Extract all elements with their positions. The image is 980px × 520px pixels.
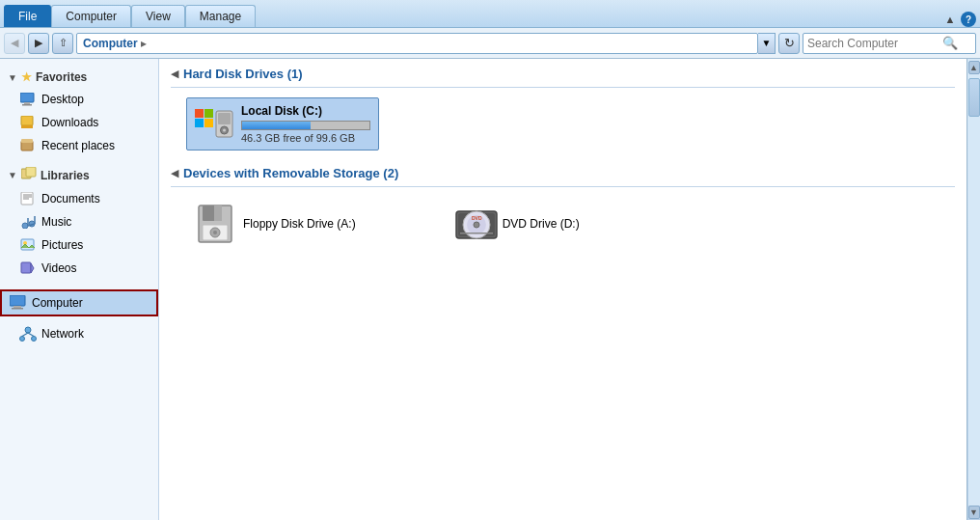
svg-rect-4 bbox=[21, 125, 33, 128]
hard-disk-section-header: ◀ Hard Disk Drives (1) bbox=[171, 67, 955, 81]
tab-file[interactable]: File bbox=[4, 5, 51, 27]
ribbon: File Computer View Manage ▲ ? bbox=[0, 0, 980, 28]
forward-btn[interactable]: ▶ bbox=[28, 33, 49, 54]
address-dropdown-btn[interactable]: ▼ bbox=[758, 33, 776, 54]
videos-label: Videos bbox=[41, 261, 76, 275]
pictures-icon bbox=[19, 236, 37, 254]
removable-section-label: Devices with Removable Storage (2) bbox=[183, 166, 398, 180]
up-btn[interactable]: ⇧ bbox=[52, 33, 73, 54]
sidebar-favorites-header[interactable]: ▼ ★ Favorites bbox=[0, 67, 158, 88]
pictures-label: Pictures bbox=[41, 238, 83, 252]
svg-rect-2 bbox=[22, 104, 32, 106]
ribbon-collapse-btn[interactable]: ▲ bbox=[943, 13, 957, 26]
sidebar-item-videos[interactable]: Videos bbox=[0, 257, 158, 280]
tab-end-controls: ▲ ? bbox=[943, 12, 980, 27]
sidebar-item-pictures[interactable]: Pictures bbox=[0, 233, 158, 257]
svg-rect-8 bbox=[26, 167, 36, 177]
removable-section-header: ◀ Devices with Removable Storage (2) bbox=[171, 166, 955, 180]
svg-point-26 bbox=[20, 337, 25, 342]
sidebar-item-recent[interactable]: Recent places bbox=[0, 134, 158, 157]
refresh-btn[interactable]: ↻ bbox=[778, 33, 800, 54]
dvd-icon: DVD bbox=[454, 204, 495, 244]
svg-point-48 bbox=[474, 222, 479, 228]
removable-divider bbox=[171, 186, 955, 187]
svg-text:DVD: DVD bbox=[472, 215, 482, 221]
svg-rect-35 bbox=[218, 113, 231, 124]
scroll-down-btn[interactable]: ▼ bbox=[968, 506, 980, 519]
local-disk-icon bbox=[195, 107, 233, 142]
drives-grid: Local Disk (C:) 46.3 GB free of 99.6 GB bbox=[171, 97, 955, 151]
path-segment-computer: Computer bbox=[83, 37, 138, 50]
drive-item-d[interactable]: DVD DVD Drive (D:) bbox=[446, 197, 588, 251]
drive-item-c[interactable]: Local Disk (C:) 46.3 GB free of 99.6 GB bbox=[186, 97, 379, 151]
svg-rect-6 bbox=[21, 139, 33, 143]
tab-view[interactable]: View bbox=[131, 5, 185, 27]
sidebar: ▼ ★ Favorites Desktop Downloads Recent p… bbox=[0, 59, 159, 520]
address-bar: ◀ ▶ ⇧ Computer ▸ ▼ ↻ 🔍 bbox=[0, 28, 980, 59]
svg-rect-1 bbox=[24, 102, 30, 104]
svg-line-29 bbox=[28, 333, 34, 337]
sidebar-item-downloads[interactable]: Downloads bbox=[0, 111, 158, 134]
address-path[interactable]: Computer ▸ bbox=[76, 33, 758, 54]
drive-c-row: Local Disk (C:) 46.3 GB free of 99.6 GB bbox=[195, 104, 370, 144]
drive-c-info: Local Disk (C:) 46.3 GB free of 99.6 GB bbox=[241, 104, 370, 144]
videos-icon bbox=[19, 260, 37, 277]
tab-computer[interactable]: Computer bbox=[51, 5, 131, 27]
favorites-arrow-icon: ▼ bbox=[8, 72, 17, 83]
sidebar-item-desktop[interactable]: Desktop bbox=[0, 88, 158, 111]
svg-rect-31 bbox=[204, 109, 213, 118]
path-arrow: ▸ bbox=[141, 37, 147, 50]
floppy-label: Floppy Disk Drive (A:) bbox=[243, 217, 356, 231]
svg-point-25 bbox=[25, 327, 31, 333]
svg-line-28 bbox=[22, 333, 28, 337]
hard-disk-divider bbox=[171, 87, 955, 88]
music-icon bbox=[19, 213, 37, 231]
sidebar-item-network[interactable]: Network bbox=[0, 322, 158, 345]
content-area: ◀ Hard Disk Drives (1) bbox=[159, 59, 966, 520]
right-scrollbar[interactable]: ▲ ▼ bbox=[966, 59, 980, 520]
libraries-label: Libraries bbox=[41, 169, 90, 182]
hard-disk-collapse-icon: ◀ bbox=[171, 68, 178, 80]
svg-rect-20 bbox=[21, 262, 31, 273]
address-path-container: Computer ▸ ▼ bbox=[76, 33, 776, 54]
svg-rect-33 bbox=[204, 119, 213, 127]
drive-c-name: Local Disk (C:) bbox=[241, 104, 370, 118]
svg-point-37 bbox=[223, 128, 226, 131]
main-area: ▼ ★ Favorites Desktop Downloads Recent p… bbox=[0, 59, 980, 520]
documents-icon bbox=[19, 190, 37, 207]
sidebar-libraries-header[interactable]: ▼ Libraries bbox=[0, 163, 158, 187]
svg-rect-32 bbox=[195, 119, 204, 127]
help-btn[interactable]: ? bbox=[961, 12, 976, 27]
svg-rect-23 bbox=[14, 306, 21, 308]
svg-rect-0 bbox=[20, 93, 34, 102]
favorites-label: Favorites bbox=[36, 70, 87, 84]
sidebar-item-documents[interactable]: Documents bbox=[0, 187, 158, 210]
scroll-track bbox=[968, 74, 980, 506]
downloads-icon bbox=[19, 114, 37, 131]
scroll-thumb[interactable] bbox=[968, 78, 980, 117]
search-icon[interactable]: 🔍 bbox=[942, 36, 958, 50]
network-icon bbox=[19, 325, 37, 342]
scroll-up-btn[interactable]: ▲ bbox=[968, 61, 980, 74]
dvd-label: DVD Drive (D:) bbox=[503, 217, 580, 231]
drive-c-bar-container bbox=[241, 121, 370, 130]
drive-item-a[interactable]: Floppy Disk Drive (A:) bbox=[186, 197, 365, 251]
svg-rect-30 bbox=[195, 109, 204, 118]
downloads-label: Downloads bbox=[41, 116, 98, 129]
svg-rect-24 bbox=[12, 308, 23, 310]
svg-marker-21 bbox=[31, 263, 34, 273]
libraries-icon bbox=[21, 167, 37, 183]
computer-icon bbox=[10, 294, 27, 312]
sidebar-item-music[interactable]: Music bbox=[0, 210, 158, 233]
search-input[interactable] bbox=[807, 37, 942, 50]
svg-rect-22 bbox=[10, 295, 25, 306]
back-btn[interactable]: ◀ bbox=[4, 33, 25, 54]
tab-manage[interactable]: Manage bbox=[185, 5, 256, 27]
desktop-label: Desktop bbox=[41, 93, 84, 106]
star-icon: ★ bbox=[21, 70, 32, 84]
network-label: Network bbox=[41, 327, 84, 341]
libraries-arrow-icon: ▼ bbox=[8, 170, 17, 180]
sidebar-item-computer[interactable]: Computer bbox=[0, 289, 158, 316]
recent-icon bbox=[19, 137, 37, 154]
floppy-icon bbox=[195, 204, 235, 244]
